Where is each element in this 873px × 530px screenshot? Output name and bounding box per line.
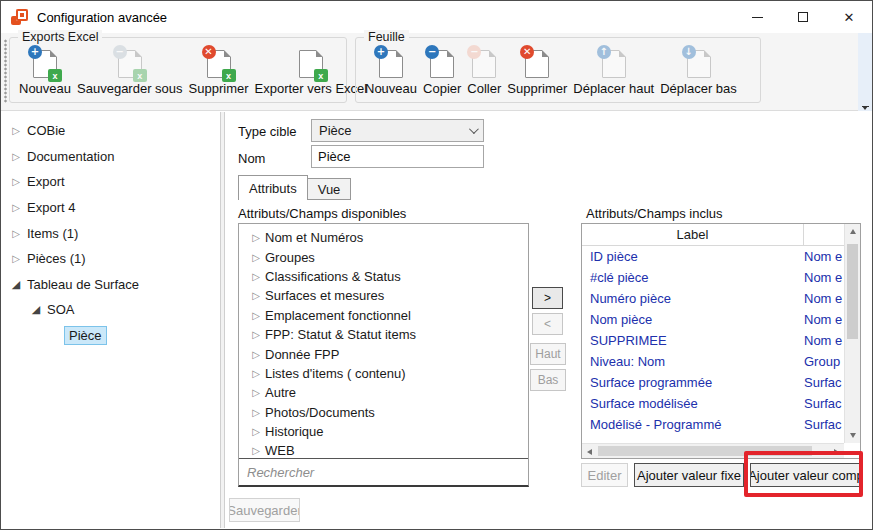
expander-icon[interactable]: ▷ — [249, 232, 263, 243]
vertical-scroll-thumb[interactable] — [847, 244, 858, 339]
expander-icon[interactable]: ▷ — [249, 445, 263, 456]
toolbar-button[interactable]: − Coller — [464, 48, 504, 96]
toolbar-overflow-button[interactable] — [858, 33, 872, 111]
toolbar-button[interactable]: ✕ Supprimer — [504, 48, 570, 96]
table-row[interactable]: SUPPRIMEE Nom e — [582, 330, 844, 351]
expander-icon[interactable]: ▷ — [9, 228, 23, 239]
toolbar-button[interactable]: ↓ Déplacer bas — [657, 48, 740, 96]
expander-icon[interactable]: ▷ — [249, 329, 263, 340]
table-header: Label — [582, 224, 860, 246]
nom-input[interactable] — [311, 145, 484, 168]
toolbar-button[interactable]: ↑ Déplacer haut — [570, 48, 657, 96]
cell-label: SUPPRIMEE — [582, 333, 804, 348]
tree-item[interactable]: ▷ Export — [1, 169, 220, 195]
close-button[interactable]: ✕ — [826, 1, 872, 33]
tab-attributs[interactable]: Attributs — [238, 175, 308, 200]
expander-icon[interactable]: ◢ — [29, 303, 43, 316]
available-attribute-label: Nom et Numéros — [265, 230, 363, 245]
expander-icon[interactable]: ▷ — [249, 407, 263, 418]
table-row[interactable]: Niveau: Nom Group — [582, 351, 844, 372]
expander-icon[interactable]: ▷ — [249, 290, 263, 301]
expander-icon[interactable]: ▷ — [9, 253, 23, 264]
horizontal-scroll-thumb[interactable] — [598, 446, 812, 456]
available-attribute-group[interactable]: ▷ Photos/Documents — [239, 403, 528, 422]
tree-item-label: Export 4 — [23, 199, 79, 216]
available-attribute-group[interactable]: ▷ Surfaces et mesures — [239, 286, 528, 305]
table-row[interactable]: ID pièce Nom e — [582, 246, 844, 267]
table-row[interactable]: Nom pièce Nom e — [582, 309, 844, 330]
expander-icon[interactable]: ▷ — [249, 252, 263, 263]
panel-splitter[interactable] — [220, 112, 225, 528]
table-row[interactable]: Surface programmée Surfac — [582, 372, 844, 393]
tree-item[interactable]: ◢ Tableau de Surface — [1, 272, 220, 298]
available-attribute-group[interactable]: ▷ Classifications & Status — [239, 267, 528, 286]
available-attribute-group[interactable]: ▷ Nom et Numéros — [239, 228, 528, 247]
table-row[interactable]: Modélisé - Programmé Surfac — [582, 414, 844, 435]
move-down-button[interactable]: Bas — [530, 369, 566, 391]
tree-item[interactable]: ▷ Documentation — [1, 144, 220, 170]
expander-icon[interactable]: ▷ — [9, 176, 23, 187]
scroll-down-icon[interactable] — [850, 433, 856, 438]
expander-icon[interactable]: ▷ — [249, 387, 263, 398]
maximize-button[interactable] — [780, 1, 826, 33]
tree-item[interactable]: ▷ COBie — [1, 118, 220, 144]
add-computed-value-button[interactable]: Ajouter valeur comp — [750, 463, 862, 487]
table-row[interactable]: Surface modélisée Surfac — [582, 393, 844, 414]
tree-item[interactable]: Pièce — [1, 323, 220, 349]
type-cible-value: Pièce — [319, 123, 352, 138]
type-cible-select[interactable]: Pièce — [311, 119, 484, 142]
tree-item[interactable]: ▷ Items (1) — [1, 220, 220, 246]
expander-icon[interactable]: ▷ — [249, 368, 263, 379]
table-row[interactable]: #clé pièce Nom e — [582, 267, 844, 288]
toolbar-button[interactable]: − Copier — [420, 48, 464, 96]
scroll-left-icon[interactable] — [587, 449, 592, 455]
tab-vue[interactable]: Vue — [308, 178, 352, 200]
horizontal-scrollbar[interactable] — [582, 443, 844, 458]
available-attribute-group[interactable]: ▷ WEB — [239, 441, 528, 458]
toolbar-gripper[interactable] — [4, 39, 7, 103]
expander-icon[interactable]: ▷ — [249, 271, 263, 282]
available-attribute-group[interactable]: ▷ Groupes — [239, 247, 528, 266]
available-attribute-group[interactable]: ▷ Donnée FPP — [239, 344, 528, 363]
available-attribute-group[interactable]: ▷ Emplacement fonctionnel — [239, 306, 528, 325]
cell-group: Nom e — [804, 312, 844, 327]
available-attribute-label: Donnée FPP — [265, 347, 339, 362]
column-header-label[interactable]: Label — [582, 224, 804, 245]
move-up-button[interactable]: Haut — [530, 343, 566, 365]
remove-attribute-button[interactable]: < — [532, 313, 563, 335]
tree-item[interactable]: ▷ Export 4 — [1, 195, 220, 221]
cell-group: Surfac — [804, 375, 844, 390]
available-attribute-label: Groupes — [265, 250, 315, 265]
scroll-right-icon[interactable] — [834, 449, 839, 455]
edit-button[interactable]: Editer — [581, 463, 628, 487]
toolbar-button[interactable]: + x Nouveau — [16, 48, 74, 96]
available-attribute-group[interactable]: ▷ Historique — [239, 422, 528, 441]
available-attribute-group[interactable]: ▷ Autre — [239, 383, 528, 402]
available-attribute-group[interactable]: ▷ FPP: Statut & Statut items — [239, 325, 528, 344]
save-button[interactable]: Sauvegarder — [229, 498, 300, 522]
column-header-group[interactable] — [804, 224, 844, 245]
scroll-up-icon[interactable] — [850, 229, 856, 234]
expander-icon[interactable]: ▷ — [249, 310, 263, 321]
table-row[interactable]: Numéro pièce Nom e — [582, 288, 844, 309]
expander-icon[interactable]: ▷ — [249, 349, 263, 360]
add-attribute-button[interactable]: > — [532, 287, 563, 309]
expander-icon[interactable]: ▷ — [9, 151, 23, 162]
toolbar: Exports Excel + x Nouveau − — [1, 33, 872, 111]
toolbar-button[interactable]: ✕ x Supprimer — [186, 48, 252, 96]
cell-group: Nom e — [804, 333, 844, 348]
tree-item[interactable]: ◢ SOA — [1, 297, 220, 323]
toolbar-button[interactable]: x Exporter vers Excel — [252, 48, 371, 96]
vertical-scrollbar[interactable] — [844, 224, 860, 443]
available-attribute-group[interactable]: ▷ Listes d'items ( contenu) — [239, 364, 528, 383]
toolbar-button[interactable]: − x Sauvegarder sous — [74, 48, 186, 96]
expander-icon[interactable]: ◢ — [9, 278, 23, 291]
expander-icon[interactable]: ▷ — [9, 202, 23, 213]
expander-icon[interactable]: ▷ — [9, 125, 23, 136]
expander-icon[interactable]: ▷ — [249, 426, 263, 437]
minimize-button[interactable] — [734, 1, 780, 33]
toolbar-button[interactable]: + Nouveau — [362, 48, 420, 96]
add-fixed-value-button[interactable]: Ajouter valeur fixe — [634, 463, 744, 487]
search-input[interactable] — [239, 459, 528, 485]
tree-item[interactable]: ▷ Pièces (1) — [1, 246, 220, 272]
